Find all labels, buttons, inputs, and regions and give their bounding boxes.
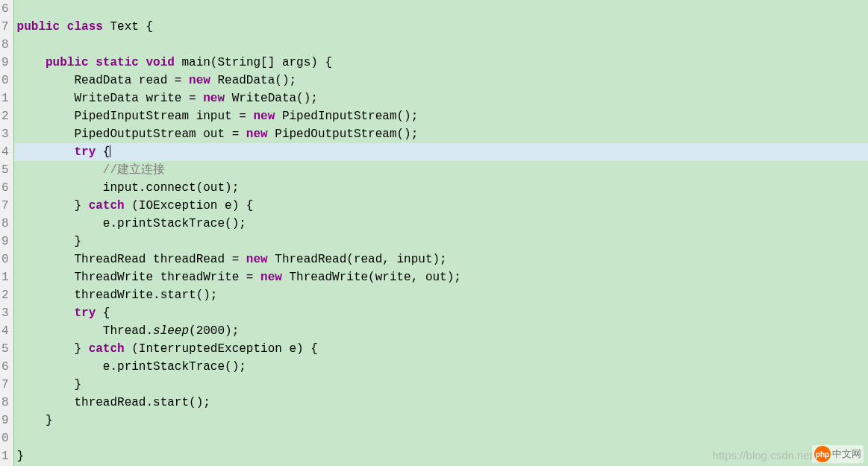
code-line: ThreadRead threadRead = new ThreadRead(r… [14,251,868,268]
code-line: } [14,412,868,429]
line-number-gutter: 6 7 8 9 0 1 2 3 4 5 6 7 8 9 0 1 2 3 4 5 … [0,0,14,466]
code-line: e.printStackTrace(); [14,358,868,376]
code-line: e.printStackTrace(); [14,215,868,233]
watermark-text: https://blog.csdn.net/ [713,449,816,462]
line-number: 7 [1,197,9,215]
text-cursor [110,145,110,157]
code-line: public class Text { [14,18,868,36]
code-editor[interactable]: public class Text { public static void m… [14,0,868,466]
code-line: threadWrite.start(); [14,286,868,304]
line-number: 9 [1,233,9,251]
line-number: 9 [1,54,9,72]
line-number: 5 [1,161,9,179]
code-line: } [14,233,868,251]
line-number: 8 [1,394,9,412]
code-line [14,0,868,18]
code-line: ThreadWrite threadWrite = new ThreadWrit… [14,268,868,286]
line-number: 3 [1,304,9,322]
code-line: public static void main(String[] args) { [14,54,868,72]
badge-text: 中文网 [832,447,861,461]
code-line [14,36,868,54]
line-number: 5 [1,340,9,358]
code-line-current: try { [14,143,868,161]
line-number: 8 [1,215,9,233]
code-line: } catch (InterruptedException e) { [14,340,868,358]
line-number: 4 [1,322,9,340]
code-line: threadRead.start(); [14,394,868,412]
line-number: 6 [1,0,9,18]
code-line [14,429,868,447]
line-number: 7 [1,18,9,36]
code-line: WriteData write = new WriteData(); [14,89,868,107]
line-number: 2 [1,286,9,304]
line-number: 1 [1,447,9,465]
line-number: 4 [1,143,9,161]
code-line: Thread.sleep(2000); [14,322,868,340]
line-number: 1 [1,268,9,286]
line-number: 7 [1,376,9,394]
line-number: 8 [1,36,9,54]
line-number: 0 [1,72,9,89]
code-line: input.connect(out); [14,179,868,197]
line-number: 6 [1,179,9,197]
line-number: 0 [1,251,9,268]
line-number: 1 [1,89,9,107]
code-line: //建立连接 [14,161,868,179]
line-number: 6 [1,358,9,376]
code-line: PipedOutputStream out = new PipedOutputS… [14,125,868,143]
code-line: PipedInputStream input = new PipedInputS… [14,107,868,125]
line-number: 3 [1,125,9,143]
line-number: 0 [1,429,9,447]
php-logo-icon: php [814,446,831,462]
site-badge: php 中文网 [812,445,864,463]
code-line: ReadData read = new ReadData(); [14,72,868,89]
line-number: 2 [1,107,9,125]
line-number: 9 [1,412,9,429]
code-line: try { [14,304,868,322]
code-line: } [14,376,868,394]
code-line: } catch (IOException e) { [14,197,868,215]
